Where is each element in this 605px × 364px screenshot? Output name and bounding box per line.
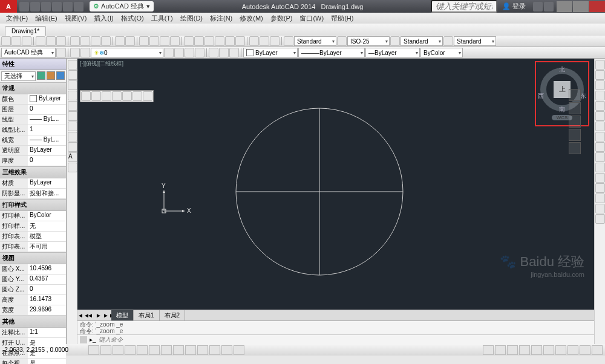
property-row[interactable]: 颜色ByLayer bbox=[0, 94, 66, 105]
otrack-icon[interactable] bbox=[161, 345, 172, 355]
text2-icon[interactable]: A bbox=[68, 152, 77, 162]
tpy-icon[interactable] bbox=[209, 345, 220, 355]
rotate-icon[interactable] bbox=[595, 122, 605, 131]
property-row[interactable]: 线宽—— ByL... bbox=[0, 135, 66, 146]
region-icon[interactable] bbox=[68, 142, 77, 152]
copy-icon[interactable] bbox=[80, 36, 90, 46]
selection-dropdown[interactable]: 无选择 bbox=[1, 71, 36, 81]
menu-item[interactable]: 工具(T) bbox=[148, 13, 177, 24]
explode-icon[interactable] bbox=[595, 214, 605, 224]
color-dropdown[interactable]: ByLayer bbox=[243, 48, 298, 57]
open-icon[interactable] bbox=[11, 36, 21, 46]
qat-print-icon[interactable] bbox=[74, 2, 83, 11]
modelspace-icon[interactable] bbox=[483, 345, 494, 355]
property-row[interactable]: 打印样...ByColor bbox=[0, 211, 66, 221]
viewcube[interactable]: 北 南 东 西 上 WCS bbox=[535, 61, 589, 126]
erase-icon[interactable] bbox=[595, 60, 605, 70]
circle-icon[interactable] bbox=[68, 80, 77, 90]
layeroff-icon[interactable] bbox=[174, 48, 184, 57]
menu-item[interactable]: 修改(M) bbox=[236, 13, 267, 24]
snapmode-icon[interactable] bbox=[88, 345, 99, 355]
mleaderstyle-dropdown[interactable]: Standard bbox=[454, 36, 496, 46]
property-row[interactable]: 打印样...无 bbox=[0, 221, 66, 232]
pan2-icon[interactable] bbox=[569, 102, 581, 114]
layermatch-icon[interactable] bbox=[185, 48, 194, 57]
pickadd-icon[interactable] bbox=[37, 71, 45, 80]
close-button[interactable] bbox=[589, 1, 605, 12]
zoom-icon[interactable] bbox=[149, 36, 159, 46]
osnap-icon[interactable] bbox=[137, 345, 148, 355]
menu-item[interactable]: 帮助(H) bbox=[327, 13, 357, 24]
layerprev-icon[interactable] bbox=[195, 48, 204, 57]
viewcube-east[interactable]: 东 bbox=[580, 92, 586, 100]
line-icon[interactable] bbox=[68, 60, 77, 70]
qp-icon[interactable] bbox=[221, 345, 232, 355]
cmd-icon[interactable] bbox=[80, 336, 87, 343]
layerprops-icon[interactable] bbox=[70, 48, 80, 57]
toolpal-icon[interactable] bbox=[204, 36, 214, 46]
property-row[interactable]: 线型比...1 bbox=[0, 125, 66, 135]
ellipse-icon[interactable] bbox=[68, 111, 77, 121]
property-row[interactable]: 圆心 X...10.4596 bbox=[0, 264, 66, 275]
search-input[interactable] bbox=[431, 0, 497, 13]
scale-icon[interactable] bbox=[595, 132, 605, 141]
property-row[interactable]: 高度16.1473 bbox=[0, 295, 66, 305]
layerstate-icon[interactable] bbox=[80, 48, 90, 57]
pline-icon[interactable] bbox=[68, 70, 77, 80]
polar-icon[interactable] bbox=[125, 345, 136, 355]
point-icon[interactable] bbox=[68, 132, 77, 141]
lock-icon[interactable] bbox=[555, 345, 566, 355]
break-icon[interactable] bbox=[595, 173, 605, 183]
hardware-icon[interactable] bbox=[567, 345, 578, 355]
annoscale-icon[interactable] bbox=[507, 345, 518, 355]
menu-item[interactable]: 编辑(E) bbox=[31, 13, 61, 24]
qat-save-icon[interactable] bbox=[41, 2, 51, 11]
workspace-dropdown[interactable]: ⚙AutoCAD 经典 ▾ bbox=[90, 1, 154, 11]
match-icon[interactable] bbox=[101, 36, 111, 46]
drawing-canvas[interactable]: [-][俯视][二维线框] X Y 北 bbox=[77, 59, 594, 310]
chamfer-icon[interactable] bbox=[595, 193, 605, 203]
block-icon[interactable] bbox=[249, 36, 259, 46]
qat-undo-icon[interactable] bbox=[52, 2, 62, 11]
viewcube-west[interactable]: 西 bbox=[538, 92, 544, 100]
menu-item[interactable]: 文件(F) bbox=[2, 13, 31, 24]
menu-item[interactable]: 格式(O) bbox=[117, 13, 148, 24]
quickview-icon[interactable] bbox=[495, 345, 506, 355]
qat-new-icon[interactable] bbox=[19, 2, 29, 11]
cat-3d[interactable]: 三维效果 bbox=[0, 166, 66, 178]
cat-general[interactable]: 常规 bbox=[0, 82, 66, 94]
zoomprev-icon[interactable] bbox=[170, 36, 180, 46]
tab-layout2[interactable]: 布局2 bbox=[160, 310, 186, 321]
textstyle-dropdown[interactable]: Standard bbox=[294, 36, 336, 46]
dimstyle-dropdown[interactable]: ISO-25 bbox=[347, 36, 390, 46]
create-icon[interactable] bbox=[219, 48, 229, 57]
annoauto-icon[interactable] bbox=[531, 345, 542, 355]
3dosnap-icon[interactable] bbox=[149, 345, 160, 355]
preview-icon[interactable] bbox=[46, 36, 56, 46]
mleader-icon[interactable] bbox=[443, 36, 453, 46]
maximize-button[interactable] bbox=[573, 1, 589, 12]
join-icon[interactable] bbox=[595, 183, 605, 193]
offset-icon[interactable] bbox=[595, 91, 605, 100]
selectobj-icon[interactable] bbox=[56, 71, 65, 80]
text-icon[interactable] bbox=[284, 36, 293, 46]
menu-item[interactable]: 参数(P) bbox=[267, 13, 296, 24]
ducs-icon[interactable] bbox=[173, 345, 184, 355]
clean-icon[interactable] bbox=[592, 345, 603, 355]
cat-misc[interactable]: 其他 bbox=[0, 316, 66, 328]
property-row[interactable]: 宽度29.9696 bbox=[0, 305, 66, 316]
ws-gear-icon[interactable] bbox=[56, 48, 66, 57]
array-icon[interactable] bbox=[595, 101, 605, 111]
sheet-icon[interactable] bbox=[215, 36, 224, 46]
document-tab[interactable]: Drawing1* bbox=[5, 26, 46, 36]
table-icon[interactable] bbox=[270, 36, 280, 46]
property-row[interactable]: 圆心 Y...0.4367 bbox=[0, 275, 66, 285]
tab-prev-icon[interactable]: ◄ bbox=[86, 312, 94, 319]
property-row[interactable]: 线型—— ByL... bbox=[0, 115, 66, 125]
quickselect-icon[interactable] bbox=[47, 71, 55, 80]
menu-item[interactable]: 视图(V) bbox=[61, 13, 91, 24]
property-row[interactable]: 图层0 bbox=[0, 105, 66, 115]
tab-next-icon[interactable]: ► bbox=[94, 312, 103, 319]
orthomode-icon[interactable] bbox=[113, 345, 123, 355]
new-icon[interactable] bbox=[1, 36, 11, 46]
